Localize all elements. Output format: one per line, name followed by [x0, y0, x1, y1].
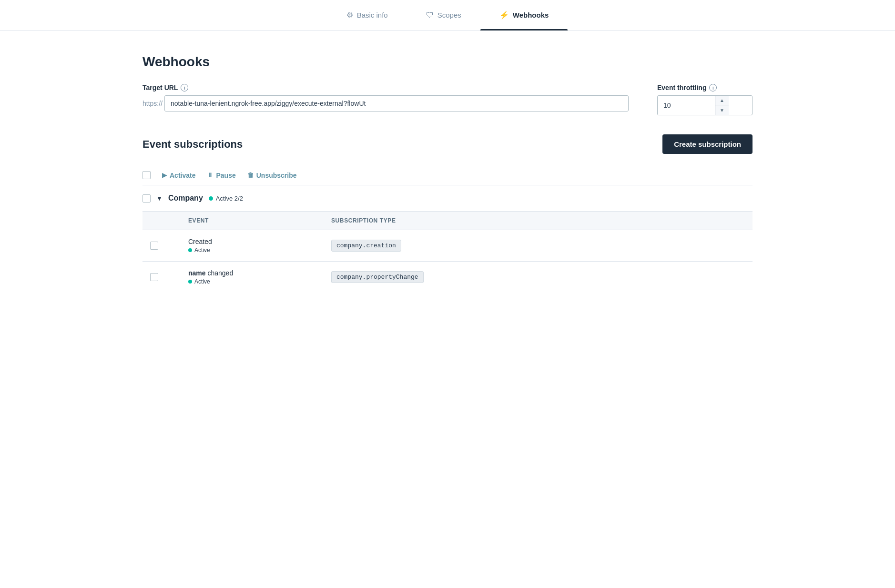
url-prefix: https://: [142, 100, 163, 107]
throttle-form-group: Event throttling i ▲ ▼: [657, 84, 753, 115]
subscription-type-column-header: SUBSCRIPTION TYPE: [331, 217, 745, 224]
company-chevron-icon[interactable]: ▼: [156, 195, 163, 202]
tab-scopes-label: Scopes: [437, 11, 461, 19]
name-changed-row-checkbox[interactable]: [150, 273, 158, 281]
event-column-header: EVENT: [188, 217, 331, 224]
tab-basic-info[interactable]: ⚙ Basic info: [327, 0, 407, 30]
url-info-icon[interactable]: i: [181, 84, 188, 91]
event-subscriptions-title: Event subscriptions: [142, 138, 243, 151]
spinner-down-button[interactable]: ▼: [715, 105, 729, 115]
created-event-name: Created: [188, 238, 331, 245]
bolt-icon: ⚡: [499, 10, 509, 20]
table-header-checkbox-col: [150, 217, 188, 224]
create-subscription-button[interactable]: Create subscription: [662, 134, 753, 154]
pause-action[interactable]: ⏸ Pause: [207, 172, 235, 179]
form-section: Target URL i https:// Event throttling i…: [142, 84, 753, 115]
name-changed-event-status: Active: [188, 278, 331, 285]
created-event-status: Active: [188, 247, 331, 253]
throttle-info-icon[interactable]: i: [709, 84, 717, 91]
name-changed-event-info: name changed Active: [188, 269, 331, 285]
throttle-spinner: ▲ ▼: [657, 95, 753, 115]
events-table: EVENT SUBSCRIPTION TYPE Created Active c…: [142, 212, 753, 293]
name-changed-status-dot: [188, 280, 192, 284]
created-subscription-type-cell: company.creation: [331, 240, 745, 252]
name-changed-status-text: Active: [194, 278, 210, 285]
nav-tabs: ⚙ Basic info 🛡 Scopes ⚡ Webhooks: [0, 0, 895, 30]
company-group-name: Company: [168, 194, 203, 203]
unsubscribe-action[interactable]: 🗑 Unsubscribe: [247, 172, 297, 179]
tab-webhooks[interactable]: ⚡ Webhooks: [480, 0, 568, 30]
url-label: Target URL i: [142, 84, 629, 91]
activate-icon: ▶: [162, 172, 167, 179]
event-subscriptions-header: Event subscriptions Create subscription: [142, 134, 753, 154]
url-form-group: Target URL i https://: [142, 84, 629, 112]
trash-icon: 🗑: [247, 172, 254, 179]
page-content: Webhooks Target URL i https:// Event thr…: [114, 30, 781, 316]
activate-action[interactable]: ▶ Activate: [162, 172, 195, 179]
page-title: Webhooks: [142, 54, 753, 70]
created-row-checkbox[interactable]: [150, 242, 158, 250]
table-row: Created Active company.creation: [142, 230, 753, 262]
tab-basic-info-label: Basic info: [357, 11, 388, 19]
company-group-row: ▼ Company Active 2/2: [142, 185, 753, 212]
spinner-up-button[interactable]: ▲: [715, 96, 729, 105]
created-status-dot: [188, 248, 192, 252]
activate-label: Activate: [170, 172, 195, 179]
shield-icon: 🛡: [426, 11, 434, 20]
name-changed-subscription-type-cell: company.propertyChange: [331, 271, 745, 283]
tab-webhooks-label: Webhooks: [513, 11, 549, 19]
toolbar: ▶ Activate ⏸ Pause 🗑 Unsubscribe: [142, 165, 753, 185]
tab-scopes[interactable]: 🛡 Scopes: [407, 0, 480, 30]
pause-label: Pause: [216, 172, 235, 179]
company-group-checkbox[interactable]: [142, 194, 151, 203]
created-status-text: Active: [194, 247, 210, 253]
created-subscription-type: company.creation: [331, 240, 401, 252]
unsubscribe-label: Unsubscribe: [256, 172, 297, 179]
pause-icon: ⏸: [207, 172, 213, 179]
throttle-label: Event throttling i: [657, 84, 753, 91]
event-name-rest-part: changed: [206, 269, 234, 277]
name-changed-subscription-type: company.propertyChange: [331, 271, 424, 283]
company-status-text: Active 2/2: [216, 195, 243, 202]
url-input[interactable]: [164, 95, 629, 112]
company-status-badge: Active 2/2: [209, 195, 243, 202]
name-changed-event-name: name changed: [188, 269, 331, 277]
table-row: name changed Active company.propertyChan…: [142, 262, 753, 293]
created-event-info: Created Active: [188, 238, 331, 253]
spinner-buttons: ▲ ▼: [715, 96, 729, 115]
toolbar-select-all-checkbox[interactable]: [142, 171, 151, 179]
gear-icon: ⚙: [346, 10, 353, 20]
throttle-input[interactable]: [658, 96, 715, 115]
table-header: EVENT SUBSCRIPTION TYPE: [142, 212, 753, 230]
event-name-bold-part: name: [188, 269, 206, 277]
company-status-dot: [209, 196, 213, 201]
url-input-wrapper: https://: [142, 95, 629, 112]
